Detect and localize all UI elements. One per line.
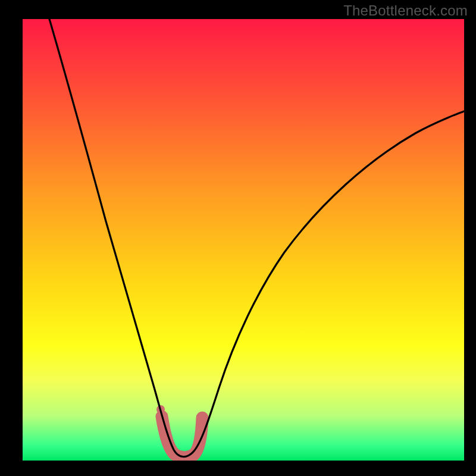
watermark-text: TheBottleneck.com (343, 2, 468, 19)
chart-frame: TheBottleneck.com (0, 0, 476, 476)
chart-canvas (23, 19, 464, 461)
gradient-background (23, 19, 464, 461)
plot-area (23, 19, 464, 461)
